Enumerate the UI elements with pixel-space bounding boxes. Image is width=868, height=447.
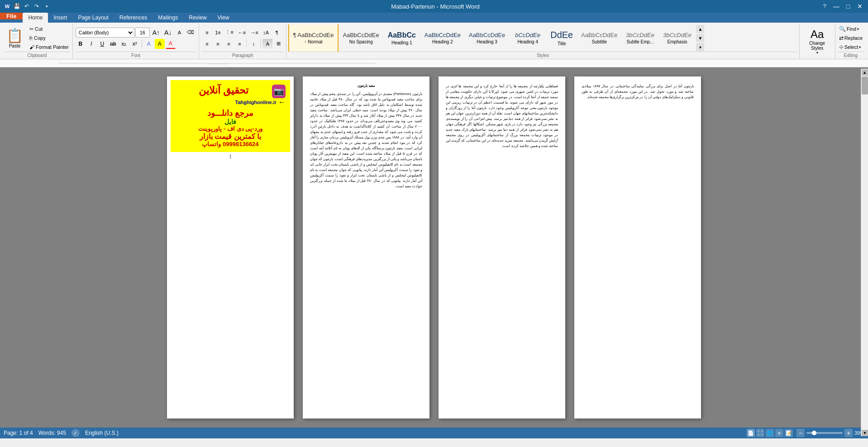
help-btn[interactable]: ? — [820, 2, 829, 11]
scroll-down-arrow[interactable]: ▼ — [862, 430, 868, 436]
italic-button[interactable]: I — [86, 39, 96, 49]
find-button[interactable]: 🔍 Find ▾ — [837, 25, 864, 33]
styles-expand[interactable]: ▾ — [696, 43, 704, 51]
numbering-btn[interactable]: 1≡ — [213, 28, 223, 38]
change-styles-label: Change Styles — [805, 41, 830, 51]
indent-increase-btn[interactable]: →≡ — [248, 28, 260, 38]
ad-sub3: ورد-پی دی اف - پاورپوینت — [175, 125, 286, 132]
ad-yellow-box: 📷 تحقیق آنلاین ← Tahghighonline.ir مرجع … — [171, 80, 290, 152]
style-no-spacing-label: No Spacing — [349, 39, 373, 44]
align-right-btn[interactable]: ≡ — [224, 39, 234, 49]
style-heading1-label: Heading 1 — [391, 40, 412, 45]
replace-button[interactable]: ⇄ Replace — [837, 34, 864, 42]
style-no-spacing[interactable]: AaBbCcDdEe No Spacing — [339, 24, 383, 52]
copy-icon: ⎘ — [29, 35, 33, 41]
maximize-btn[interactable]: □ — [844, 2, 853, 11]
web-layout-btn[interactable]: 🌐 — [766, 429, 774, 437]
align-left-btn[interactable]: ≡ — [202, 39, 212, 49]
styles-group-label: Styles — [288, 52, 797, 58]
bold-button[interactable]: B — [76, 39, 86, 49]
mailings-tab[interactable]: Mailings — [153, 13, 183, 23]
styles-scroll-down[interactable]: ▼ — [696, 34, 704, 42]
align-center-btn[interactable]: ≡ — [213, 39, 223, 49]
file-tab[interactable]: File — [0, 13, 23, 19]
format-painter-button[interactable]: 🖌 Format Painter — [28, 43, 71, 51]
shading-btn[interactable]: A — [262, 39, 272, 49]
justify-btn[interactable]: ≡ — [234, 39, 244, 49]
bullets-btn[interactable]: ≡ — [202, 28, 212, 38]
style-title-preview: DdEe — [550, 30, 573, 40]
font-size-increase-btn[interactable]: A↑ — [151, 28, 162, 38]
review-tab[interactable]: Review — [183, 13, 212, 23]
clear-format-btn[interactable]: ⌫ — [185, 28, 196, 38]
zoom-out-btn[interactable]: − — [796, 429, 805, 437]
subscript-button[interactable]: x₂ — [119, 39, 129, 49]
quick-access-dropdown[interactable]: ▾ — [43, 2, 51, 10]
paragraph-row2: ≡ ≡ ≡ ≡ ↕ A ⊞ — [202, 39, 283, 49]
superscript-button[interactable]: x² — [130, 39, 140, 49]
style-subtitle-label: Subtitle — [592, 39, 607, 44]
style-subtitle-preview: AaBbCcDdEe — [581, 32, 617, 38]
cut-label: Cut — [35, 26, 43, 32]
outline-btn[interactable]: ≡ — [775, 429, 783, 437]
minimize-btn[interactable]: — — [832, 2, 841, 11]
undo-quick-btn[interactable]: ↶ — [23, 2, 31, 10]
save-quick-btn[interactable]: 💾 — [13, 2, 21, 10]
full-screen-btn[interactable]: ⛶ — [756, 429, 764, 437]
copy-button[interactable]: ⎘ Copy — [28, 34, 71, 42]
style-title[interactable]: DdEe Title — [547, 24, 577, 52]
page-layout-tab[interactable]: Page Layout — [72, 13, 114, 23]
paste-icon: 📋 — [6, 28, 23, 43]
home-tab[interactable]: Home — [23, 13, 48, 23]
style-heading2[interactable]: AaBbCcDdEe Heading 2 — [421, 24, 464, 52]
draft-btn[interactable]: 📝 — [785, 429, 793, 437]
close-btn[interactable]: ✕ — [855, 2, 864, 11]
style-subtitle[interactable]: AaBbCcDdEe Subtitle — [577, 24, 621, 52]
show-formatting-btn[interactable]: ¶ — [272, 28, 282, 38]
find-label: Find — [847, 26, 856, 32]
sort-btn[interactable]: ↕A — [261, 28, 271, 38]
styles-scroll-up[interactable]: ▲ — [696, 25, 704, 33]
font-color-button[interactable]: A — [166, 39, 176, 49]
text-highlight-button[interactable]: A — [155, 39, 165, 49]
text-effects-button[interactable]: A — [144, 39, 154, 49]
clipboard-sub-buttons: ✂ Cut ⎘ Copy 🖌 Format Painter — [26, 24, 71, 52]
references-tab[interactable]: References — [114, 13, 153, 23]
font-size-down-btn[interactable]: A — [174, 28, 184, 38]
style-emphasis[interactable]: 3bCcDdEe Emphasis — [659, 24, 695, 52]
strikethrough-button[interactable]: ab — [108, 39, 118, 49]
style-subtle-emphasis[interactable]: 3bCcDdEe Subtle Emp... — [622, 24, 658, 52]
scroll-thumb-v[interactable] — [862, 76, 868, 95]
replace-icon: ⇄ — [839, 35, 844, 41]
cut-button[interactable]: ✂ Cut — [28, 25, 71, 33]
insert-tab[interactable]: Insert — [48, 13, 72, 23]
style-emphasis-preview: 3bCcDdEe — [663, 32, 692, 38]
paste-button[interactable]: 📋 Paste — [4, 24, 26, 52]
font-size-input[interactable] — [135, 28, 150, 38]
find-dropdown: ▾ — [857, 27, 859, 31]
borders-btn[interactable]: ⊞ — [273, 39, 283, 49]
style-heading1[interactable]: AaBbCc Heading 1 — [384, 24, 420, 52]
font-size-decrease-btn[interactable]: A↓ — [162, 28, 173, 38]
select-button[interactable]: ⊹ Select ▾ — [837, 43, 864, 51]
zoom-slider[interactable] — [806, 432, 843, 434]
style-heading3[interactable]: AaBbCcDdEe Heading 3 — [465, 24, 509, 52]
redo-quick-btn[interactable]: ↷ — [33, 2, 41, 10]
indent-decrease-btn[interactable]: ←≡ — [236, 28, 248, 38]
scroll-up-arrow[interactable]: ▲ — [862, 69, 868, 76]
line-spacing-btn[interactable]: ↕ — [248, 39, 258, 49]
style-heading4[interactable]: bCcDdEe Heading 4 — [510, 24, 546, 52]
zoom-in-btn[interactable]: + — [844, 429, 853, 437]
spelling-check-icon[interactable]: ✓ — [72, 429, 80, 437]
quick-access-toolbar: W 💾 ↶ ↷ ▾ — [4, 2, 51, 10]
multilevel-btn[interactable]: ⋮≡ — [224, 28, 235, 38]
underline-button[interactable]: U — [97, 39, 107, 49]
change-styles-button[interactable]: Aa Change Styles ▾ — [801, 24, 833, 58]
view-tab[interactable]: View — [212, 13, 235, 23]
style-emphasis-label: Emphasis — [667, 39, 687, 44]
vertical-scrollbar[interactable]: ▲ ▼ — [861, 69, 868, 436]
font-name-selector[interactable]: Calibri (Body) — [76, 28, 134, 38]
print-layout-btn[interactable]: 📄 — [747, 429, 755, 437]
style-heading3-label: Heading 3 — [477, 39, 497, 44]
style-normal[interactable]: ¶ AaBbCcDdEe ↑ Normal — [288, 24, 338, 52]
